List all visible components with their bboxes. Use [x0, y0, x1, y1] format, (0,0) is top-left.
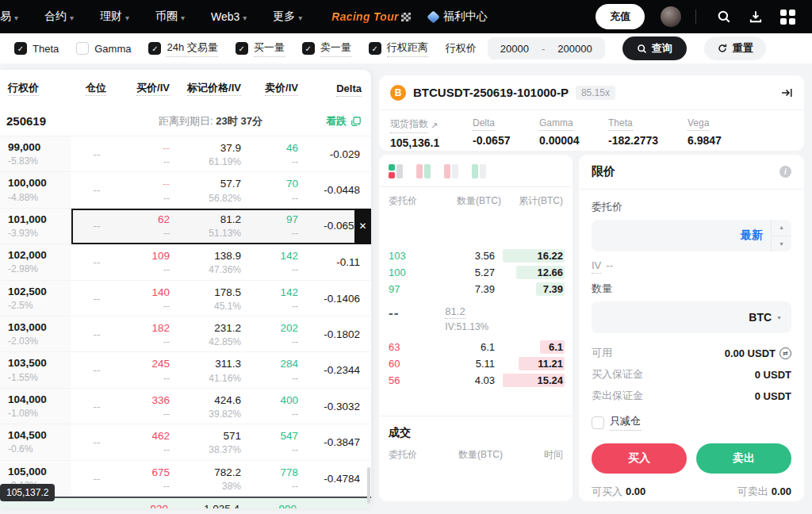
book-mode-bids-icon[interactable]	[444, 164, 458, 178]
nav-menu-item[interactable]: Web3	[201, 10, 259, 23]
col-ask-iv[interactable]: 卖价/IV	[265, 82, 298, 96]
ask-price[interactable]: 202	[280, 321, 298, 336]
ask-row[interactable]: 97 7.39 7.39	[389, 281, 563, 297]
option-chain-row[interactable]: 103,500 -1.55% -- 245 -- 311.3 41.16% 28…	[0, 352, 371, 388]
option-chain-row[interactable]: 104,000 -1.08% -- 336 -- 424.6 39.82% 40…	[0, 389, 371, 424]
order-type-label[interactable]: 限价	[592, 164, 615, 179]
filter-checkbox[interactable]: 买一量	[236, 40, 285, 57]
bid-price[interactable]: 140	[151, 286, 170, 300]
ask-price[interactable]: 400	[280, 393, 298, 408]
stepper-up-icon[interactable]	[772, 220, 791, 236]
bid-price[interactable]: 462	[151, 429, 170, 443]
chevron-down-icon	[14, 10, 21, 23]
deposit-button[interactable]: 充值	[596, 4, 645, 29]
download-icon[interactable]	[742, 3, 769, 30]
expiry-group-row[interactable]: 250619 距离到期日: 23时 37分 看跌	[0, 106, 371, 136]
search-icon[interactable]	[710, 3, 737, 30]
bid-row[interactable]: 63 6.1 6.1	[389, 339, 563, 355]
nav-menu-item[interactable]: 合约	[35, 10, 86, 24]
apps-grid-icon[interactable]	[774, 3, 801, 30]
checkbox-icon[interactable]	[236, 42, 248, 55]
close-icon[interactable]	[354, 209, 371, 244]
bid-price[interactable]: 62	[158, 213, 170, 227]
latest-price-button[interactable]: 最新	[741, 228, 763, 243]
nav-menu-item[interactable]: 易	[0, 10, 30, 24]
ask-price[interactable]: 142	[280, 249, 298, 263]
nav-menu-item[interactable]: 币圈	[146, 10, 197, 24]
transfer-icon[interactable]	[779, 347, 791, 359]
ask-row[interactable]: 100 5.27 12.66	[389, 264, 563, 281]
col-bid-iv[interactable]: 买价/IV	[136, 82, 170, 96]
nav-menu-item[interactable]: 理财	[90, 10, 141, 24]
price-input[interactable]: 最新	[592, 220, 791, 251]
unit-dropdown[interactable]: BTC	[749, 311, 791, 324]
reset-button[interactable]: 重置	[704, 36, 766, 60]
option-chain-row-partial[interactable]: 930 1,035.4 990	[0, 498, 371, 508]
option-chain-row[interactable]: 99,000 -5.83% -- -- -- 37.9 61.19% 46	[0, 136, 371, 172]
sell-button[interactable]: 卖出	[696, 443, 791, 474]
strike-range-input[interactable]: 20000 - 200000	[488, 37, 605, 59]
filter-checkbox[interactable]: 行权距离	[369, 40, 428, 57]
nav-item-label: 理财	[100, 10, 122, 24]
racing-tour-logo[interactable]: Racing Tour	[319, 10, 413, 23]
avatar[interactable]	[661, 6, 681, 27]
bid-price[interactable]: 109	[151, 249, 170, 263]
scrollbar[interactable]	[367, 467, 370, 504]
col-position[interactable]: 仓位	[86, 82, 106, 96]
filter-bar: Theta Gamma 24h 交易量 买一量 卖一量 行权距离 行权价 200…	[0, 33, 812, 63]
col-delta[interactable]: Delta	[336, 82, 362, 97]
option-chain-row[interactable]: 100,000 -4.88% -- -- -- 57.7 56.82% 70	[0, 172, 371, 208]
bid-price[interactable]: 182	[151, 321, 170, 336]
bid-price[interactable]: 245	[151, 357, 170, 371]
book-mode-split-icon[interactable]	[416, 164, 431, 178]
col-strike[interactable]: 行权价	[8, 82, 39, 96]
ask-price[interactable]: 142	[280, 286, 298, 300]
bid-price[interactable]: --	[163, 177, 170, 191]
book-mode-asks-icon[interactable]	[472, 164, 486, 178]
strike-min-value[interactable]: 20000	[500, 43, 529, 55]
bid-row[interactable]: 60 5.11 11.21	[389, 355, 563, 372]
filter-checkbox[interactable]: Theta	[14, 42, 59, 55]
bid-price[interactable]: 675	[151, 466, 170, 480]
nav-menu-item[interactable]: 更多	[263, 10, 314, 24]
bid-row[interactable]: 56 4.03 15.24	[389, 372, 563, 389]
checkbox-icon[interactable]	[14, 42, 27, 55]
ask-row[interactable]: 103 3.56 16.22	[389, 247, 563, 264]
option-chain-row[interactable]: 101,000 -3.93% -- 62 -- 81.2 51.13% 97	[0, 209, 371, 244]
direction-toggle[interactable]: 看跌	[326, 114, 371, 128]
collapse-panel-icon[interactable]	[780, 86, 793, 99]
checkbox-icon[interactable]	[302, 42, 315, 55]
ask-price[interactable]: 70	[286, 177, 298, 191]
bid-price[interactable]: 336	[151, 393, 170, 408]
filter-checkbox[interactable]: 24h 交易量	[148, 40, 217, 57]
checkbox-icon[interactable]	[148, 42, 161, 55]
stepper-down-icon[interactable]	[772, 236, 791, 252]
reduce-only-checkbox[interactable]: 只减仓	[592, 414, 791, 431]
col-mark-iv[interactable]: 标记价格/IV	[187, 82, 241, 96]
checkbox-icon[interactable]	[369, 42, 381, 55]
checkbox-icon[interactable]	[76, 42, 89, 55]
option-chain-row[interactable]: 103,000 -2.03% -- 182 -- 231.2 42.85% 20…	[0, 316, 371, 352]
option-chain-row[interactable]: 105,000 -0.13% -- 675 -- 782.2 38% 778	[0, 461, 371, 497]
filter-checkbox[interactable]: 卖一量	[302, 40, 351, 57]
info-icon[interactable]: i	[779, 166, 791, 178]
option-chain-row[interactable]: 102,500 -2.5% -- 140 -- 178.5 45.1% 142	[0, 281, 371, 316]
filter-checkbox[interactable]: Gamma	[76, 42, 131, 55]
checkbox-icon[interactable]	[592, 416, 604, 429]
strike-max-value[interactable]: 200000	[557, 43, 592, 55]
quantity-input[interactable]: BTC	[592, 301, 791, 333]
nav-welfare-center[interactable]: 福利中心	[419, 10, 497, 24]
buy-button[interactable]: 买入	[592, 443, 687, 474]
mark-price[interactable]: 81.2	[445, 305, 465, 319]
ask-price[interactable]: 97	[286, 213, 298, 227]
option-chain-row[interactable]: 104,500 -0.6% -- 462 -- 571 38.37% 547	[0, 424, 371, 460]
stat-vega: Vega 6.9847	[688, 117, 759, 149]
query-button[interactable]: 查询	[622, 36, 687, 60]
ask-price[interactable]: 547	[280, 429, 298, 443]
ask-price[interactable]: 284	[280, 357, 298, 371]
option-chain-row[interactable]: 102,000 -2.98% -- 109 -- 138.9 47.36% 14…	[0, 244, 371, 280]
book-mode-both-icon[interactable]	[389, 164, 403, 178]
ask-price[interactable]: 46	[286, 141, 298, 155]
bid-price[interactable]: --	[163, 141, 170, 155]
ask-price[interactable]: 778	[280, 466, 298, 480]
